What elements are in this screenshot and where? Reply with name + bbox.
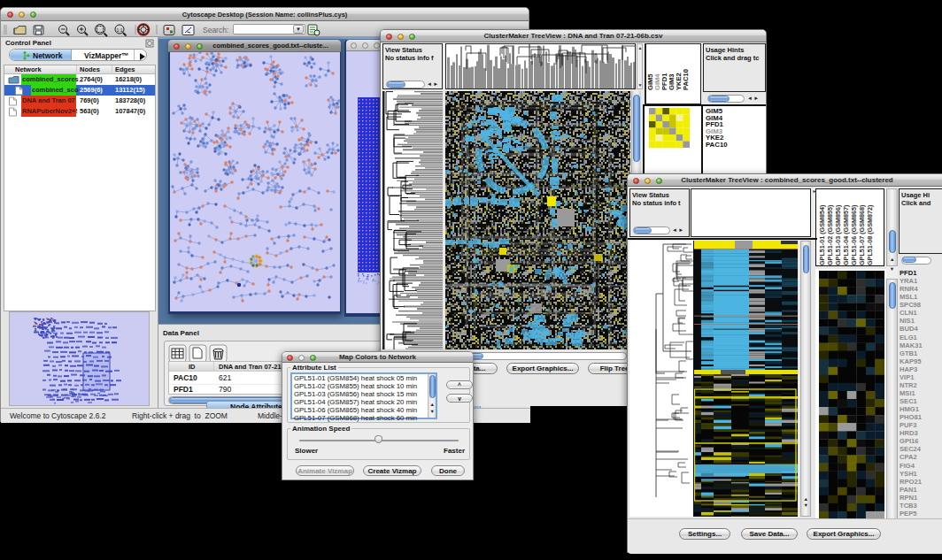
svg-text:GPL51-04 (GSM857): GPL51-04 (GSM857) [842, 204, 850, 265]
svg-text:Search:: Search: [203, 26, 228, 35]
svg-text:GPL51-06 (GSM865): GPL51-06 (GSM865) [850, 204, 858, 265]
svg-text:GPL51-03 (GSM856): GPL51-03 (GSM856) [834, 204, 842, 265]
svg-text:GPL51-02 (GSM855): GPL51-02 (GSM855) [826, 204, 834, 265]
svg-text:GPL51-08 (GSM872): GPL51-08 (GSM872) [866, 204, 874, 265]
svg-text:GPL51-07 (GSM868): GPL51-07 (GSM868) [858, 204, 866, 265]
svg-text:PAC10: PAC10 [682, 69, 690, 90]
svg-text:1:1: 1:1 [117, 27, 123, 33]
svg-text:GPL51-01 (GSM854): GPL51-01 (GSM854) [818, 204, 826, 265]
